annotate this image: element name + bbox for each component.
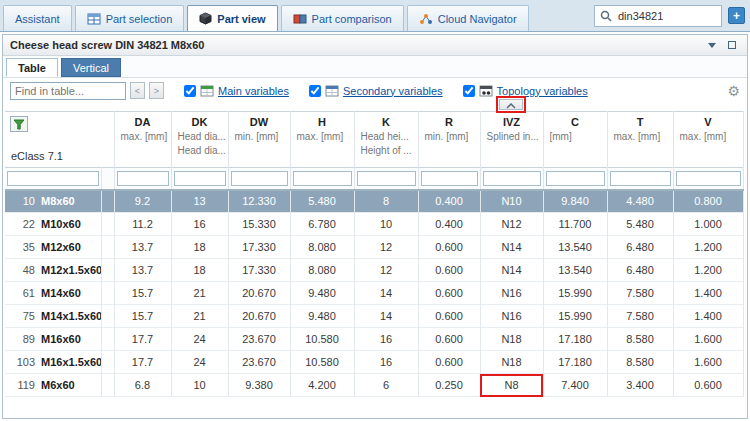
cell[interactable]: 7.400 (543, 374, 607, 397)
cell[interactable]: 17.180 (543, 328, 607, 351)
row-label-cell[interactable]: 61M14x60 (5, 282, 101, 305)
cell[interactable]: 17.7 (114, 328, 171, 351)
tab-vertical-view[interactable]: Vertical (61, 58, 121, 77)
column-header-dw[interactable]: DW min. [mm] (228, 112, 290, 168)
cell[interactable]: 1.200 (673, 259, 743, 282)
row-label-cell[interactable]: 75M14x1.5x60 (5, 305, 101, 328)
tab-table-view[interactable]: Table (6, 58, 58, 77)
cell[interactable]: 14 (354, 305, 418, 328)
cell[interactable]: 4.480 (607, 190, 673, 213)
cell[interactable]: 5.480 (607, 213, 673, 236)
cell[interactable]: 1.600 (673, 328, 743, 351)
cell[interactable]: 1.600 (673, 351, 743, 374)
column-header-da[interactable]: DA max. [mm] (114, 112, 171, 168)
filter-input-k[interactable] (357, 171, 416, 186)
cell[interactable]: 10.580 (290, 328, 354, 351)
cell[interactable]: 8.580 (607, 351, 673, 374)
cell[interactable]: 4.200 (290, 374, 354, 397)
table-row[interactable]: 89M16x60 17.7 24 23.670 10.580 16 0.600 … (5, 328, 743, 351)
cell[interactable]: 0.600 (418, 259, 480, 282)
cell[interactable]: 9.480 (290, 282, 354, 305)
cell[interactable]: 13.540 (543, 259, 607, 282)
cell[interactable]: 9.840 (543, 190, 607, 213)
table-row[interactable]: 119M6x60 6.8 10 9.380 4.200 6 0.250 N8 7… (5, 374, 743, 397)
column-header-v[interactable]: V max. [mm] (673, 112, 743, 168)
cell[interactable]: 17.330 (228, 259, 290, 282)
cell[interactable]: 8.080 (290, 259, 354, 282)
cell[interactable]: 20.670 (228, 282, 290, 305)
cell[interactable]: 16 (354, 351, 418, 374)
cell[interactable]: 24 (171, 328, 228, 351)
cell[interactable]: 12 (354, 236, 418, 259)
row-label-cell[interactable]: 22M10x60 (5, 213, 101, 236)
cell[interactable]: 11.2 (114, 213, 171, 236)
table-row[interactable]: 35M12x60 13.7 18 17.330 8.080 12 0.600 N… (5, 236, 743, 259)
cell[interactable]: 20.670 (228, 305, 290, 328)
collapse-column-button[interactable] (499, 99, 523, 110)
column-header-dk[interactable]: DK Head dia... Head dia... (171, 112, 228, 168)
topology-variables-link[interactable]: Topology variables (497, 85, 588, 97)
table-row[interactable]: 103M16x1.5x60 17.7 24 23.670 10.580 16 0… (5, 351, 743, 374)
cell[interactable]: 1.200 (673, 236, 743, 259)
filter-input-c[interactable] (546, 171, 605, 186)
cell[interactable]: 5.480 (290, 190, 354, 213)
cell[interactable]: 15.330 (228, 213, 290, 236)
cell[interactable]: N10 (480, 190, 543, 213)
cell[interactable]: 0.600 (418, 236, 480, 259)
row-label-cell[interactable]: 48M12x1.5x60 (5, 259, 101, 282)
cell[interactable]: 13 (171, 190, 228, 213)
row-label-cell[interactable]: 119M6x60 (5, 374, 101, 397)
cell[interactable]: 21 (171, 305, 228, 328)
row-label-cell[interactable]: 35M12x60 (5, 236, 101, 259)
cell[interactable]: 16 (171, 213, 228, 236)
cell[interactable]: N16 (480, 282, 543, 305)
cell[interactable]: 9.480 (290, 305, 354, 328)
cell[interactable]: 12.330 (228, 190, 290, 213)
cell[interactable]: 0.600 (418, 351, 480, 374)
settings-gear-icon[interactable]: ⚙ (727, 84, 740, 98)
table-row[interactable]: 22M10x60 11.2 16 15.330 6.780 10 0.400 N… (5, 213, 743, 236)
cell[interactable]: 6.780 (290, 213, 354, 236)
cell[interactable]: N18 (480, 328, 543, 351)
filter-input-dw[interactable] (231, 171, 288, 186)
tab-cloud-navigator[interactable]: Cloud Navigator (407, 5, 529, 31)
cell[interactable]: 15.990 (543, 282, 607, 305)
cell[interactable]: 10 (171, 374, 228, 397)
cell[interactable]: 7.580 (607, 282, 673, 305)
secondary-variables-link[interactable]: Secondary variables (343, 85, 443, 97)
row-label-cell[interactable]: 103M16x1.5x60 (5, 351, 101, 374)
cell[interactable]: N16 (480, 305, 543, 328)
cell[interactable]: 1.000 (673, 213, 743, 236)
table-row[interactable]: 75M14x1.5x60 15.7 21 20.670 9.480 14 0.6… (5, 305, 743, 328)
find-next-button[interactable]: > (149, 82, 164, 99)
tab-part-selection[interactable]: Part selection (75, 5, 185, 31)
cell[interactable]: 0.600 (673, 374, 743, 397)
main-variables-link[interactable]: Main variables (218, 85, 289, 97)
cell[interactable]: 6.480 (607, 259, 673, 282)
cell[interactable]: 11.700 (543, 213, 607, 236)
cell[interactable]: 15.7 (114, 305, 171, 328)
cell[interactable]: 0.400 (418, 190, 480, 213)
cell[interactable]: 0.400 (418, 213, 480, 236)
row-label-cell[interactable]: 10M8x60 (5, 190, 101, 213)
column-header-ivz[interactable]: IVZ Splined in... (480, 112, 543, 168)
find-in-table-input[interactable] (10, 82, 126, 100)
cell[interactable]: 13.540 (543, 236, 607, 259)
filter-funnel-icon[interactable] (10, 116, 28, 132)
find-previous-button[interactable]: < (130, 82, 145, 99)
table-row[interactable]: 61M14x60 15.7 21 20.670 9.480 14 0.600 N… (5, 282, 743, 305)
cell[interactable]: 12 (354, 259, 418, 282)
cell[interactable]: 21 (171, 282, 228, 305)
cell[interactable]: 24 (171, 351, 228, 374)
cell[interactable]: 0.250 (418, 374, 480, 397)
table-row[interactable]: 48M12x1.5x60 13.7 18 17.330 8.080 12 0.6… (5, 259, 743, 282)
cell[interactable]: 6.8 (114, 374, 171, 397)
cell[interactable]: 9.2 (114, 190, 171, 213)
filter-input-ivz[interactable] (483, 171, 541, 186)
cell[interactable]: 1.400 (673, 282, 743, 305)
tab-part-comparison[interactable]: Part comparison (281, 5, 404, 31)
main-variables-checkbox[interactable] (184, 85, 196, 97)
cell[interactable]: 16 (354, 328, 418, 351)
column-header-c[interactable]: C [mm] (543, 112, 607, 168)
cell[interactable]: 8.580 (607, 328, 673, 351)
